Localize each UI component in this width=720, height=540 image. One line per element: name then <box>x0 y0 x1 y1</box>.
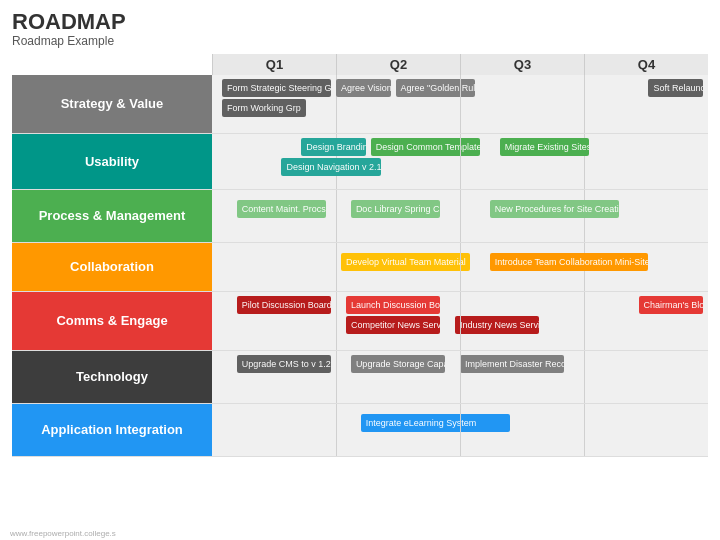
task-usability-3: Design Navigation v 2.1 <box>281 158 380 176</box>
q3-label: Q3 <box>460 54 584 75</box>
page-title: ROADMAP <box>12 10 708 34</box>
task-process-1: Doc Library Spring Clean <box>351 200 440 218</box>
label-usability: Usability <box>12 134 212 189</box>
row-usability: UsabilityDesign BrandingDesign Common Te… <box>12 134 708 190</box>
q1-label: Q1 <box>212 54 336 75</box>
row-appintegration: Application IntegrationIntegrate eLearni… <box>12 404 708 457</box>
row-collaboration: CollaborationDevelop Virtual Team Materi… <box>12 243 708 292</box>
q4-label: Q4 <box>584 54 708 75</box>
task-collaboration-1: Introduce Team Collaboration Mini-Sites <box>490 253 649 271</box>
row-technology: TechnologyUpgrade CMS to v 1.2Upgrade St… <box>12 351 708 404</box>
content-collaboration: Develop Virtual Team MaterialIntroduce T… <box>212 243 708 291</box>
task-comms-3: Competitor News Service <box>346 316 440 334</box>
task-collaboration-0: Develop Virtual Team Material <box>341 253 470 271</box>
task-comms-2: Chairman's Blog <box>639 296 703 314</box>
quarter-header: Q1 Q2 Q3 Q4 <box>212 54 708 75</box>
task-strategy-3: Agree "Golden Rules" <box>396 79 475 97</box>
content-comms: Pilot Discussion BoardsLaunch Discussion… <box>212 292 708 350</box>
task-strategy-2: Agree Vision <box>336 79 391 97</box>
row-strategy: Strategy & ValueForm Strategic Steering … <box>12 75 708 134</box>
task-comms-1: Launch Discussion Boards <box>346 296 440 314</box>
task-strategy-0: Form Strategic Steering Grp <box>222 79 331 97</box>
label-strategy: Strategy & Value <box>12 75 212 133</box>
content-appintegration: Integrate eLearning System <box>212 404 708 456</box>
task-process-2: New Procedures for Site Creation <box>490 200 619 218</box>
task-appintegration-0: Integrate eLearning System <box>361 414 510 432</box>
content-strategy: Form Strategic Steering GrpForm Working … <box>212 75 708 133</box>
rows-container: Strategy & ValueForm Strategic Steering … <box>12 75 708 457</box>
task-comms-0: Pilot Discussion Boards <box>237 296 331 314</box>
task-process-0: Content Maint. Procs. <box>237 200 326 218</box>
content-usability: Design BrandingDesign Common TemplatesMi… <box>212 134 708 189</box>
task-strategy-1: Form Working Grp <box>222 99 306 117</box>
roadmap-page: ROADMAP Roadmap Example Q1 Q2 Q3 Q4 Stra… <box>0 0 720 540</box>
label-technology: Technology <box>12 351 212 403</box>
content-process: Content Maint. Procs.Doc Library Spring … <box>212 190 708 242</box>
task-usability-2: Migrate Existing Sites <box>500 138 589 156</box>
label-appintegration: Application Integration <box>12 404 212 456</box>
task-usability-1: Design Common Templates <box>371 138 480 156</box>
row-comms: Comms & EngagePilot Discussion BoardsLau… <box>12 292 708 351</box>
task-technology-1: Upgrade Storage Capacity <box>351 355 445 373</box>
task-technology-0: Upgrade CMS to v 1.2 <box>237 355 331 373</box>
row-process: Process & ManagementContent Maint. Procs… <box>12 190 708 243</box>
watermark: www.freepowerpoint.college.s <box>10 529 116 538</box>
task-comms-4: Industry News Service <box>455 316 539 334</box>
q2-label: Q2 <box>336 54 460 75</box>
task-usability-0: Design Branding <box>301 138 365 156</box>
task-strategy-4: Soft Relaunch <box>648 79 703 97</box>
page-subtitle: Roadmap Example <box>12 34 708 48</box>
content-technology: Upgrade CMS to v 1.2Upgrade Storage Capa… <box>212 351 708 403</box>
label-comms: Comms & Engage <box>12 292 212 350</box>
label-process: Process & Management <box>12 190 212 242</box>
roadmap-container: Q1 Q2 Q3 Q4 Strategy & ValueForm Strateg… <box>12 54 708 457</box>
label-collaboration: Collaboration <box>12 243 212 291</box>
task-technology-2: Implement Disaster Recovery <box>460 355 564 373</box>
